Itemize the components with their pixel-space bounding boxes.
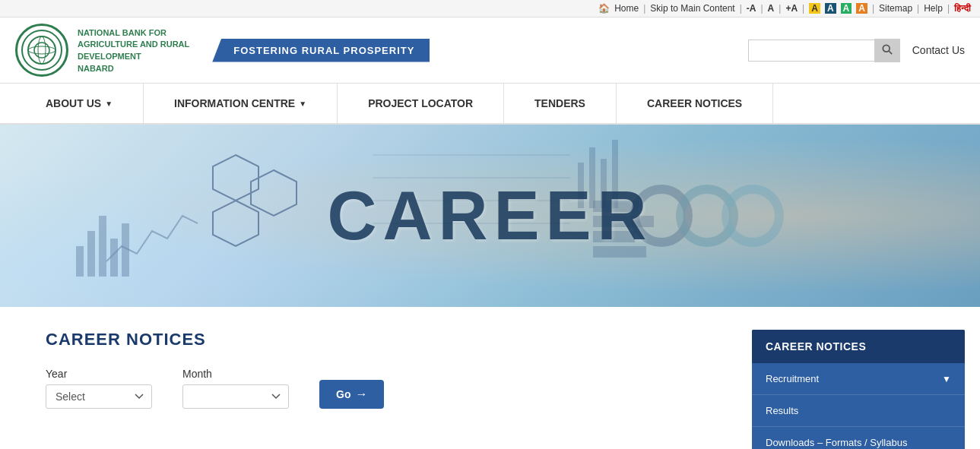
- header-right: Contact Us: [748, 40, 965, 62]
- sidebar-title: CAREER NOTICES: [752, 330, 965, 363]
- skip-main-link[interactable]: Skip to Main Content: [650, 3, 734, 14]
- sidebar: CAREER NOTICES Recruitment ▼ Results Dow…: [752, 330, 965, 449]
- svg-point-2: [38, 36, 46, 64]
- font-decrease-btn[interactable]: -A: [747, 3, 756, 14]
- svg-point-0: [28, 36, 56, 64]
- nav-item-tenders[interactable]: TENDERS: [504, 84, 617, 123]
- svg-point-3: [28, 46, 56, 54]
- month-filter-group: Month January February March April May J…: [182, 368, 289, 409]
- nav-item-project-locator[interactable]: PROJECT LOCATOR: [338, 84, 504, 123]
- font-theme-orange-btn[interactable]: A: [856, 3, 867, 14]
- section-title: CAREER NOTICES: [46, 330, 737, 349]
- search-container: [748, 40, 900, 62]
- info-centre-dropdown-icon: ▼: [299, 100, 306, 108]
- nabard-acronym: NABARD: [78, 64, 189, 73]
- svg-rect-12: [110, 239, 118, 277]
- font-increase-btn[interactable]: +A: [785, 3, 798, 14]
- header: NATIONAL BANK FOR AGRICULTURE AND RURAL …: [0, 17, 980, 84]
- month-label: Month: [182, 368, 289, 380]
- go-arrow-icon: →: [355, 387, 367, 401]
- sitemap-link[interactable]: Sitemap: [879, 3, 912, 14]
- sidebar-item-recruitment[interactable]: Recruitment ▼: [752, 363, 965, 395]
- nav-bar: ABOUT US ▼ INFORMATION CENTRE ▼ PROJECT …: [0, 84, 980, 125]
- home-icon: 🏠: [598, 3, 610, 14]
- contact-us-link[interactable]: Contact Us: [912, 44, 965, 56]
- svg-rect-10: [87, 231, 95, 277]
- recruitment-chevron-icon: ▼: [942, 374, 951, 384]
- help-link[interactable]: Help: [924, 3, 943, 14]
- year-select[interactable]: Select 2024 2023 2022 2021 2020: [46, 384, 152, 409]
- svg-marker-8: [213, 201, 258, 246]
- hero-career-text: CAREER: [327, 177, 652, 255]
- sidebar-item-downloads[interactable]: Downloads – Formats / Syllabus: [752, 427, 965, 449]
- logo-circle: [15, 24, 68, 77]
- svg-rect-11: [99, 216, 106, 277]
- hero-banner: CAREER: [0, 125, 980, 307]
- svg-point-1: [34, 43, 49, 58]
- year-label: Year: [46, 368, 152, 380]
- nav-item-about-us[interactable]: ABOUT US ▼: [15, 84, 144, 123]
- logo-area: NATIONAL BANK FOR AGRICULTURE AND RURAL …: [15, 24, 189, 77]
- content-area: CAREER NOTICES Year Select 2024 2023 202…: [0, 307, 980, 449]
- tagline-banner: FOSTERING RURAL PROSPERITY: [212, 39, 430, 62]
- font-theme-yellow-btn[interactable]: A: [809, 3, 820, 14]
- svg-line-5: [889, 50, 892, 53]
- font-theme-blue-btn[interactable]: A: [825, 3, 836, 14]
- font-theme-green-btn[interactable]: A: [841, 3, 852, 14]
- nav-item-information-centre[interactable]: INFORMATION CENTRE ▼: [144, 84, 338, 123]
- year-filter-group: Year Select 2024 2023 2022 2021 2020: [46, 368, 152, 409]
- content-left: CAREER NOTICES Year Select 2024 2023 202…: [46, 330, 737, 449]
- search-button[interactable]: [874, 39, 900, 62]
- about-us-dropdown-icon: ▼: [105, 100, 113, 108]
- sidebar-item-results[interactable]: Results: [752, 395, 965, 427]
- sidebar-card: CAREER NOTICES Recruitment ▼ Results Dow…: [752, 330, 965, 449]
- top-bar: 🏠 Home | Skip to Main Content | -A | A |…: [0, 0, 980, 17]
- go-button[interactable]: Go →: [319, 380, 384, 409]
- org-name: NATIONAL BANK FOR AGRICULTURE AND RURAL …: [78, 27, 189, 62]
- month-select[interactable]: January February March April May June Ju…: [182, 384, 289, 409]
- filter-row: Year Select 2024 2023 2022 2021 2020 Mon…: [46, 368, 737, 409]
- nav-item-career-notices[interactable]: CAREER NOTICES: [617, 84, 773, 123]
- svg-rect-9: [76, 246, 84, 277]
- font-normal-btn[interactable]: A: [768, 3, 775, 14]
- logo-emblem: [21, 30, 62, 71]
- hindi-link[interactable]: हिन्दी: [954, 3, 971, 14]
- home-link[interactable]: Home: [614, 3, 639, 14]
